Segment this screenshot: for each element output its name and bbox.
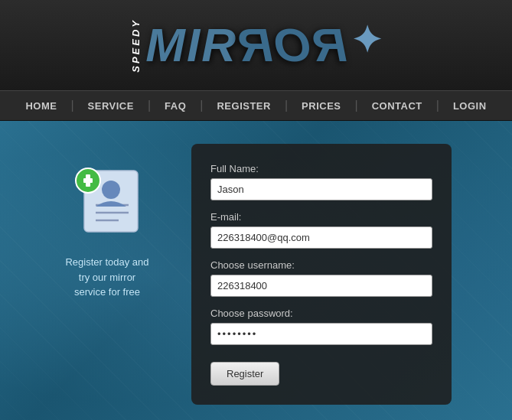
username-label: Choose username:	[210, 259, 432, 271]
username-input[interactable]	[210, 275, 432, 297]
nav-login[interactable]: LOGIN	[439, 100, 501, 112]
register-icon	[61, 151, 153, 243]
username-group: Choose username:	[210, 259, 432, 297]
nav-contact[interactable]: CONTACT	[358, 100, 436, 112]
main-content: Register today and try our mirror servic…	[0, 121, 512, 420]
logo-mirror-text: MIRROR ✦	[145, 21, 381, 69]
register-text-line3: service for free	[74, 286, 140, 298]
nav-service[interactable]: SERVICE	[74, 100, 148, 112]
register-text-line2: try our mirror	[79, 272, 135, 283]
nav-register[interactable]: REGISTER	[203, 100, 284, 112]
logo-container: SPEEDY MIRROR ✦	[130, 18, 381, 73]
header: SPEEDY MIRROR ✦	[0, 0, 512, 90]
logo-star-icon: ✦	[351, 18, 382, 61]
email-group: E-mail:	[210, 211, 432, 249]
logo-speedy: SPEEDY	[130, 18, 142, 73]
navbar: HOME | SERVICE | FAQ | REGISTER | PRICES…	[0, 90, 512, 121]
register-form-panel: Full Name: E-mail: Choose username: Choo…	[191, 144, 452, 405]
full-name-group: Full Name:	[210, 163, 432, 200]
nav-home[interactable]: HOME	[11, 100, 70, 112]
svg-point-4	[102, 181, 120, 199]
logo-mirror-reversed: ROR	[237, 21, 347, 69]
full-name-label: Full Name:	[210, 163, 432, 174]
full-name-input[interactable]	[210, 178, 432, 200]
left-panel: Register today and try our mirror servic…	[31, 151, 184, 300]
svg-rect-7	[86, 174, 90, 187]
logo-mirror: MIRROR	[145, 21, 347, 69]
email-label: E-mail:	[210, 211, 432, 223]
register-text: Register today and try our mirror servic…	[65, 255, 148, 300]
nav-faq[interactable]: FAQ	[151, 100, 200, 112]
email-input[interactable]	[210, 226, 432, 249]
password-group: Choose password:	[210, 308, 432, 345]
register-text-line1: Register today and	[65, 256, 148, 268]
password-input[interactable]	[210, 323, 432, 345]
password-label: Choose password:	[210, 308, 432, 319]
nav-prices[interactable]: PRICES	[288, 100, 354, 112]
register-button[interactable]: Register	[210, 362, 279, 386]
